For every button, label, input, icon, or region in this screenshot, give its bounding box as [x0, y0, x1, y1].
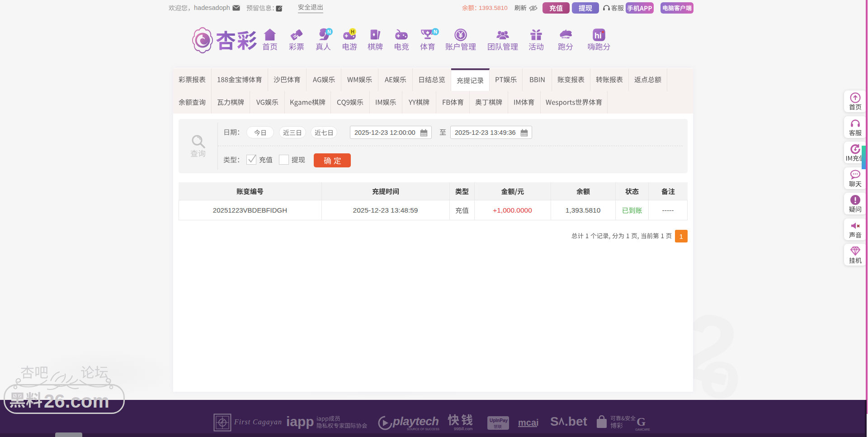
- svg-text:ZaJf: ZaJf: [562, 36, 567, 39]
- svg-text:hi: hi: [594, 31, 602, 40]
